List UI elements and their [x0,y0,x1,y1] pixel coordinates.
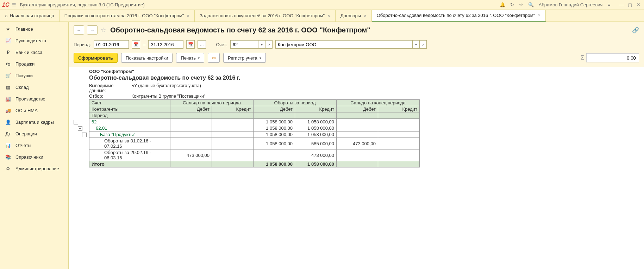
sidebar-item-purchases[interactable]: 🛒Покупки [0,70,68,81]
nav-back-button[interactable]: ← [74,25,84,35]
titlebar: 1C ☰ Бухгалтерия предприятия, редакция 3… [0,0,644,10]
table-row[interactable]: Обороты за 29.02.16 - 06.03.16473 000,00… [89,149,420,161]
filter-bar: Период: 📅 – 📅 ... Счет: ▾ ↗ ▾ ↗ [69,38,644,53]
table-row[interactable]: Обороты за 01.02.16 - 07.02.161 058 000,… [89,138,420,149]
sidebar-item-admin[interactable]: ⚙Администрирование [0,163,68,175]
home-label: Начальная страница [10,13,54,18]
org-open-icon[interactable]: ↗ [420,40,427,49]
row-name: База "Продукты" [89,132,170,138]
total-label: Итого [89,161,170,167]
th-contr: Контрагенты [89,106,170,112]
window-minimize[interactable]: — [618,2,625,7]
page-header: ← → ☆ Оборотно-сальдовая ведомость по сч… [69,22,644,38]
account-input[interactable] [230,40,258,49]
th-debit: Дебет [170,106,212,112]
home-tab[interactable]: ⌂ Начальная страница [0,10,60,22]
sidebar-item-manager[interactable]: 📈Руководителю [0,35,68,47]
generate-button[interactable]: Сформировать [74,53,118,63]
row-cell: 1 058 000,00 [295,125,337,132]
grid-icon: ▦ [5,85,11,90]
tree-collapse-icon[interactable]: − [78,126,82,131]
row-cell [378,125,420,132]
report-table: Счет Сальдо на начало периода Обороты за… [89,99,420,167]
window-maximize[interactable]: ▢ [626,2,633,7]
sidebar-item-operations[interactable]: ДтОперации [0,128,68,140]
app-title: Бухгалтерия предприятия, редакция 3.0 (1… [20,2,144,7]
date-from-input[interactable] [94,40,129,49]
row-name: Обороты за 29.02.16 - 06.03.16 [89,149,170,161]
account-label: Счет: [216,42,227,47]
row-cell [337,125,378,132]
sidebar-item-label: Склад [15,85,29,90]
close-icon[interactable]: × [327,13,330,18]
sidebar-item-label: Руководителю [15,38,46,43]
table-row[interactable]: 62.011 058 000,001 058 000,00 [89,125,420,132]
th-start: Сальдо на начало периода [170,100,254,106]
calendar-from-icon[interactable]: 📅 [132,40,140,49]
account-dropdown-icon[interactable]: ▾ [258,40,265,49]
register-button[interactable]: Регистр учета▾ [223,53,266,63]
email-button[interactable]: ✉ [208,53,220,63]
user-menu-icon[interactable]: ≡ [607,2,610,7]
nav-forward-button[interactable]: → [87,25,98,35]
link-icon[interactable]: 🔗 [632,27,639,33]
period-picker-button[interactable]: ... [198,40,206,49]
sidebar-item-assets[interactable]: 🚚ОС и НМА [0,105,68,116]
close-icon[interactable]: × [364,13,367,18]
calendar-to-icon[interactable]: 📅 [186,40,195,49]
truck-icon: 🚚 [5,108,11,113]
tab-label: Договоры [340,13,361,18]
date-to-input[interactable] [148,40,183,49]
th-account: Счет [89,100,170,106]
search-icon[interactable]: 🔍 [528,2,534,7]
sidebar-item-reports[interactable]: 📊Отчеты [0,140,68,151]
row-cell: 585 000,00 [295,138,337,149]
account-open-icon[interactable]: ↗ [265,40,273,49]
sidebar-item-production[interactable]: 🏭Производство [0,93,68,105]
favorite-star-icon[interactable]: ☆ [100,26,106,34]
tab-label: Оборотно-сальдовая ведомость по счету 62… [377,13,535,18]
dtkt-icon: Дт [5,131,11,136]
tab-osv[interactable]: Оборотно-сальдовая ведомость по счету 62… [372,10,546,22]
sidebar-item-refs[interactable]: 📚Справочники [0,151,68,163]
user-name[interactable]: Абрамов Геннадий Сергеевич [539,2,603,7]
tree-collapse-icon[interactable]: − [74,120,78,124]
tree-collapse-icon[interactable]: − [82,133,87,137]
print-button[interactable]: Печать▾ [176,53,204,63]
sidebar-item-warehouse[interactable]: ▦Склад [0,81,68,93]
window-close[interactable]: ✕ [635,2,642,7]
table-row[interactable]: 621 058 000,001 058 000,00 [89,119,420,125]
settings-button[interactable]: Показать настройки [121,53,173,63]
tab-debt[interactable]: Задолженность покупателей за 2016 г. ООО… [195,10,336,22]
sidebar-item-sales[interactable]: 🛍Продажи [0,58,68,70]
close-icon[interactable]: × [538,13,540,18]
row-cell [337,132,378,138]
tab-sales-contr[interactable]: Продажи по контрагентам за 2016 г. ООО "… [60,10,195,22]
hamburger-icon[interactable]: ☰ [12,2,16,7]
page-title: Оборотно-сальдовая ведомость по счету 62… [110,26,370,34]
bell-icon[interactable]: 🔔 [500,2,505,7]
org-dropdown-icon[interactable]: ▾ [413,40,420,49]
row-cell [170,119,212,125]
th-end: Сальдо на конец периода [337,100,420,106]
sum-input[interactable] [586,53,639,62]
report-area: ООО "Конфетпром" Оборотно-сальдовая ведо… [69,67,644,269]
sidebar-item-main[interactable]: ★Главное [0,23,68,35]
main-area: ← → ☆ Оборотно-сальдовая ведомость по сч… [69,22,644,269]
org-input[interactable] [275,40,413,49]
period-label: Период: [74,42,91,47]
row-cell [212,125,254,132]
tab-contracts[interactable]: Договоры × [336,10,372,22]
star-icon[interactable]: ☆ [519,2,523,7]
row-cell: 1 058 000,00 [254,138,295,149]
history-icon[interactable]: ↻ [510,2,514,7]
ruble-icon: ₽ [5,50,11,55]
logo-1c: 1C [2,2,9,8]
sidebar-item-hr[interactable]: 👤Зарплата и кадры [0,116,68,128]
close-icon[interactable]: × [187,13,189,18]
star-icon: ★ [5,26,11,32]
sidebar-item-bank[interactable]: ₽Банк и касса [0,47,68,58]
report-title: Оборотно-сальдовая ведомость по счету 62… [89,75,639,81]
table-row[interactable]: База "Продукты"1 058 000,001 058 000,00 [89,132,420,138]
tree-gutter: − − − [74,99,89,139]
